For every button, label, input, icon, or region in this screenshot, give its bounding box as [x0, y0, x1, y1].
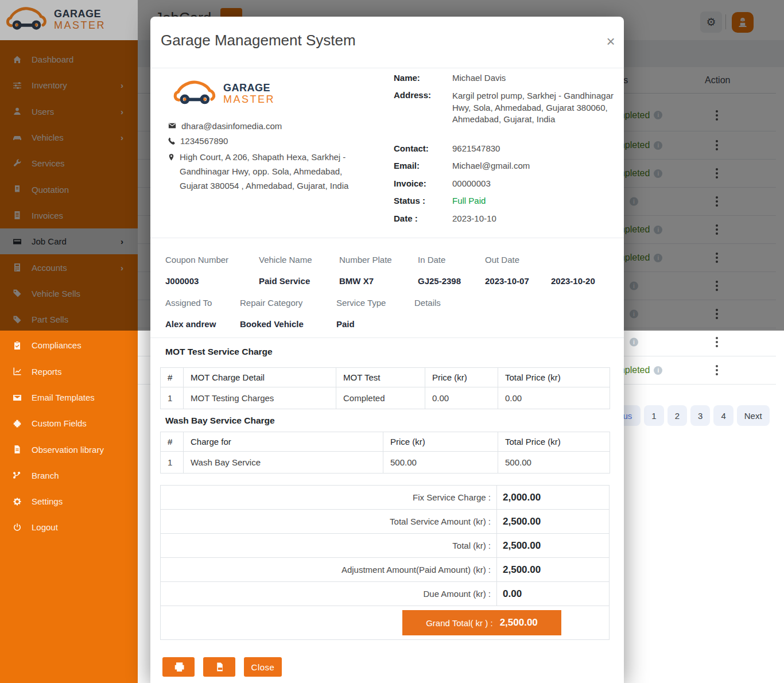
adjustment-amount-value: 2,500.00: [496, 558, 609, 581]
car-wrench-logo-icon: [5, 3, 49, 37]
grand-total-value: 2,500.00: [500, 617, 538, 628]
out-date-value: 2023-10-20: [551, 276, 595, 286]
pagination-page-3[interactable]: 3: [690, 405, 710, 426]
brand-line2: MASTER: [54, 20, 106, 32]
chart-line-icon: [13, 367, 22, 376]
company-email: dhara@dasinfomedia.com: [181, 119, 282, 133]
print-button[interactable]: [162, 657, 195, 677]
pagination-next[interactable]: Next: [737, 405, 770, 426]
phone-icon: [168, 137, 176, 145]
total-row: Adjustment Amount(Paid Amount) (kr) : 2,…: [161, 558, 609, 582]
total-value: 2,500.00: [496, 534, 609, 557]
mot-col-price: Price (kr): [425, 368, 498, 387]
in-date-value: 2023-10-07: [485, 276, 529, 286]
envelope-icon: [168, 122, 177, 130]
row-actions-kebab-button[interactable]: [713, 335, 720, 350]
coupon-number-value: J000003: [165, 276, 199, 286]
coupon-number-label: Coupon Number: [165, 255, 228, 265]
pdf-file-icon: [215, 662, 224, 672]
mot-col-total: Total Price (kr): [498, 368, 610, 387]
file-icon: [13, 445, 22, 454]
sidebar-item-branch[interactable]: Branch: [0, 463, 138, 488]
customer-address-label: Address:: [394, 90, 431, 100]
sidebar-item-observation-library[interactable]: Observation library: [0, 436, 138, 462]
car-wrench-logo-icon: [172, 76, 219, 112]
vehicle-name-label: Vehicle Name: [259, 255, 312, 265]
map-pin-icon: [168, 153, 175, 162]
brand-logo-strip: GARAGE MASTER: [0, 0, 138, 40]
pagination-page-1[interactable]: 1: [644, 405, 663, 426]
sidebar-item-logout[interactable]: Logout: [0, 514, 138, 540]
brand-logo: GARAGE MASTER: [5, 3, 106, 37]
mot-section-title: MOT Test Service Charge: [165, 347, 273, 357]
in-date-label: In Date: [418, 255, 445, 265]
service-type-value: Paid: [336, 319, 355, 329]
power-icon: [13, 523, 22, 532]
mot-row: 1 MOT Testing Charges Completed 0.00 0.0…: [161, 387, 610, 409]
due-amount-value: 0.00: [496, 582, 609, 606]
customer-contact: 9621547830: [452, 143, 500, 153]
total-label: Total (kr) :: [161, 534, 496, 557]
sidebar-item-email-templates[interactable]: Email Templates: [0, 385, 138, 410]
export-pdf-button[interactable]: [203, 657, 235, 677]
customer-address: Kargil petrol pump, Sarkhej - Gandhinaga…: [452, 90, 616, 126]
due-amount-label: Due Amount (kr) :: [161, 582, 496, 606]
brand-line1: GARAGE: [54, 9, 106, 20]
clipboard-check-icon: [13, 341, 22, 350]
invoice-number-label: Invoice:: [394, 178, 426, 188]
close-icon[interactable]: ×: [601, 32, 620, 51]
fix-service-charge-value: 2,000.00: [496, 486, 609, 509]
out-date-label: Out Date: [485, 255, 519, 265]
company-phone: 1234567890: [180, 134, 228, 148]
brand-line2: MASTER: [223, 94, 275, 106]
puzzle-icon: [13, 419, 22, 428]
grand-total-row: Grand Total( kr ) : 2,500.00: [161, 606, 609, 639]
details-label: Details: [414, 298, 441, 308]
assigned-to-label: Assigned To: [165, 298, 212, 308]
info-icon[interactable]: i: [654, 366, 662, 375]
payment-status-label: Status :: [394, 196, 425, 205]
code-branch-icon: [13, 471, 22, 480]
total-row: Fix Service Charge : 2,000.00: [161, 486, 609, 510]
modal-title: Garage Management System: [161, 32, 356, 49]
gear-icon: [13, 497, 22, 506]
company-email-row: dhara@dasinfomedia.com: [168, 119, 282, 133]
sidebar-item-reports[interactable]: Reports: [0, 359, 138, 385]
brand-line1: GARAGE: [223, 83, 275, 94]
payment-status-badge: Full Paid: [452, 196, 486, 205]
vehicle-name-value: Paid Service: [259, 276, 310, 286]
total-service-amount-value: 2,500.00: [496, 510, 609, 533]
info-icon[interactable]: i: [630, 338, 638, 347]
total-row: Total (kr) : 2,500.00: [161, 534, 609, 558]
modal-brand-logo: GARAGE MASTER: [172, 76, 275, 112]
mot-charges-table: # MOT Charge Detail MOT Test Price (kr) …: [160, 367, 610, 409]
washbay-section-title: Wash Bay Service Charge: [165, 416, 275, 426]
assigned-to-value: Alex andrew: [165, 319, 216, 329]
sidebar-item-compliances[interactable]: Compliances: [0, 332, 138, 358]
repair-category-value: Booked Vehicle: [240, 319, 304, 329]
customer-email: Michael@gmail.com: [452, 161, 530, 170]
row-actions-kebab-button[interactable]: [713, 363, 720, 378]
customer-contact-label: Contact:: [394, 143, 429, 153]
totals-table: Fix Service Charge : 2,000.00 Total Serv…: [160, 485, 610, 640]
close-button[interactable]: Close: [244, 657, 282, 677]
service-type-label: Service Type: [336, 298, 386, 308]
fix-service-charge-label: Fix Service Charge :: [161, 486, 496, 509]
wash-col-charge-for: Charge for: [184, 432, 383, 452]
plate-code-value: GJ25-2398: [418, 276, 461, 286]
wash-row: 1 Wash Bay Service 500.00 500.00: [161, 452, 610, 474]
sidebar-item-custom-fields[interactable]: Custom Fields: [0, 410, 138, 436]
invoice-number: 00000003: [452, 178, 491, 188]
company-phone-row: 1234567890: [168, 134, 228, 148]
customer-email-label: Email:: [394, 161, 420, 170]
adjustment-amount-label: Adjustment Amount(Paid Amount) (kr) :: [161, 558, 496, 581]
envelope-icon: [13, 393, 22, 402]
pagination-page-2[interactable]: 2: [667, 405, 687, 426]
sidebar-item-settings[interactable]: Settings: [0, 488, 138, 514]
pagination-page-4[interactable]: 4: [713, 405, 733, 426]
number-plate-label: Number Plate: [339, 255, 392, 265]
total-service-amount-label: Total Service Amount (kr) :: [161, 510, 496, 533]
company-address-row: High Court, A 206, Shapath Hexa, Sarkhej…: [168, 150, 370, 193]
grand-total-label: Grand Total( kr ) :: [426, 618, 492, 628]
customer-name: Michael Davis: [452, 73, 506, 83]
